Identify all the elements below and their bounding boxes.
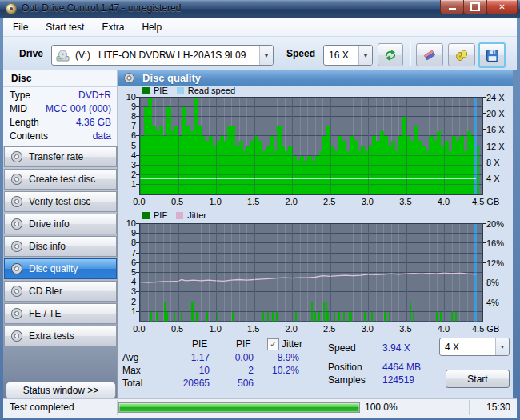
total-pie-value: 20965 [170, 378, 210, 389]
right-axis-tick [483, 162, 486, 162]
sidebar-item-label: Verify test disc [29, 196, 90, 207]
erase-disc-button[interactable] [416, 43, 443, 66]
y-axis-tick-label: 10 [125, 218, 136, 228]
progress-bar [118, 402, 360, 413]
pif-legend-swatch [142, 212, 150, 219]
x-axis-tick-label: 0.5 [168, 324, 187, 334]
maximize-icon [470, 2, 480, 11]
x-axis-tick-label: 2.5 [320, 197, 339, 206]
y-axis-tick-label: 7 [125, 248, 136, 258]
save-button[interactable] [478, 42, 506, 68]
y-axis-tick [136, 253, 139, 254]
right-axis-tick-label: 20 X [486, 109, 505, 118]
x-axis-tick-label: 0.0 [130, 197, 149, 206]
y-axis-tick-label: 2 [125, 170, 136, 179]
max-pif-value: 2 [214, 365, 254, 376]
drive-select[interactable]: (V:) LITE-ON DVDRW LH-20A1S 9L09 ▼ [51, 45, 274, 66]
x-axis-tick-label: 2.0 [282, 197, 301, 206]
disc-tools-icon [455, 49, 469, 62]
pie-read-speed-chart [139, 97, 483, 195]
opti-drive-control-window: { "window": { "title": "Opti Drive Contr… [0, 0, 520, 420]
chevron-down-icon: ▼ [259, 46, 273, 65]
y-axis-tick [136, 146, 139, 146]
pie-legend-label: PIE [154, 86, 168, 95]
sidebar-item-label: CD Bler [29, 286, 62, 297]
disc-info-row-type: Type DVD+R [10, 90, 111, 103]
disc-tools-button[interactable] [448, 43, 475, 66]
test-speed-select[interactable]: 4 X ▼ [439, 338, 510, 356]
sidebar-item-cd-bler[interactable]: CD Bler [4, 281, 117, 302]
y-axis-tick [136, 135, 139, 136]
total-row-label: Total [122, 378, 142, 389]
toolbar-separator [410, 42, 410, 66]
avg-row-label: Avg [122, 352, 138, 363]
sidebar-item-fe-te[interactable]: FE / TE [4, 303, 117, 324]
disc-info-row-mid: MID MCC 004 (000) [10, 103, 111, 117]
refresh-drives-button[interactable] [378, 43, 403, 66]
x-axis-tick-label: 4.0 [434, 197, 453, 206]
x-axis-tick-label: 4.0 [434, 324, 453, 334]
chevron-down-icon: ▼ [495, 338, 509, 355]
y-axis-tick-label: 1 [125, 179, 136, 189]
close-button[interactable]: ✕ [486, 0, 518, 14]
y-axis-tick [136, 126, 139, 126]
right-axis-tick [483, 113, 486, 114]
sidebar-item-disc-info[interactable]: Disc info [4, 236, 117, 257]
minimize-button[interactable] [440, 0, 464, 14]
jitter-legend-swatch [176, 212, 183, 219]
right-axis-tick [483, 282, 486, 282]
sidebar-item-disc-quality[interactable]: Disc quality [4, 258, 117, 279]
menu-item-start-test[interactable]: Start test [46, 22, 84, 33]
start-button-label: Start [467, 374, 487, 385]
close-icon: ✕ [498, 2, 505, 11]
chevron-down-icon: ▼ [358, 46, 372, 65]
check-icon: ✓ [270, 339, 277, 350]
sidebar-item-extra-tests[interactable]: Extra tests [4, 326, 117, 346]
drive-icon [56, 50, 70, 62]
y-axis-tick [136, 291, 139, 292]
panel-header: Disc quality [118, 70, 513, 86]
right-axis-tick [483, 242, 486, 243]
right-axis-tick-label: 4 X [486, 174, 500, 183]
progress-percent: 100.0% [365, 400, 398, 415]
refresh-icon [384, 49, 397, 62]
status-window-button[interactable]: Status window >> [6, 382, 116, 399]
cd-icon [11, 308, 22, 319]
x-axis-tick-label: 3.0 [358, 197, 377, 206]
pif-column-header: PIF [236, 338, 251, 350]
jitter-checkbox[interactable]: ✓ [267, 338, 279, 350]
menu-item-extra[interactable]: Extra [102, 22, 124, 33]
pie-column-header: PIE [192, 338, 207, 350]
toolbar: Drive (V:) LITE-ON DVDRW LH-20A1S 9L09 ▼… [3, 37, 517, 70]
x-axis-tick-label: 4.5 GB [472, 197, 507, 206]
read-speed-legend-label: Read speed [188, 86, 235, 95]
y-axis-tick-label: 5 [125, 141, 136, 150]
status-window-label: Status window >> [23, 385, 99, 396]
info-label: Length [10, 117, 39, 130]
right-axis-tick [483, 97, 486, 98]
samples-stat-value: 124519 [382, 374, 438, 386]
menu-bar: FileStart testExtraHelp [3, 18, 517, 37]
x-axis-tick-label: 1.5 [244, 324, 263, 334]
y-axis-tick [136, 262, 139, 263]
maximize-button[interactable] [463, 0, 487, 14]
menu-item-file[interactable]: File [13, 22, 28, 33]
x-axis-tick-label: 1.5 [244, 197, 263, 206]
sidebar-item-drive-info[interactable]: Drive info [4, 214, 117, 234]
cd-icon [11, 241, 22, 252]
divider [3, 86, 117, 87]
right-axis-tick [483, 178, 486, 178]
info-value: data [93, 130, 111, 144]
y-axis-tick [136, 272, 139, 273]
sidebar-item-create-test-disc[interactable]: Create test disc [4, 169, 117, 190]
avg-pie-value: 1.17 [170, 352, 210, 363]
sidebar-item-transfer-rate[interactable]: Transfer rate [4, 146, 117, 167]
start-button[interactable]: Start [446, 370, 510, 388]
menu-item-help[interactable]: Help [142, 22, 162, 33]
x-axis-tick-label: 1.0 [206, 197, 225, 206]
y-axis-tick-label: 1 [125, 306, 136, 316]
info-value: 4.36 GB [76, 117, 111, 130]
sidebar-item-verify-test-disc[interactable]: Verify test disc [4, 191, 117, 212]
speed-select[interactable]: 16 X ▼ [323, 45, 373, 66]
info-label: MID [10, 103, 27, 117]
